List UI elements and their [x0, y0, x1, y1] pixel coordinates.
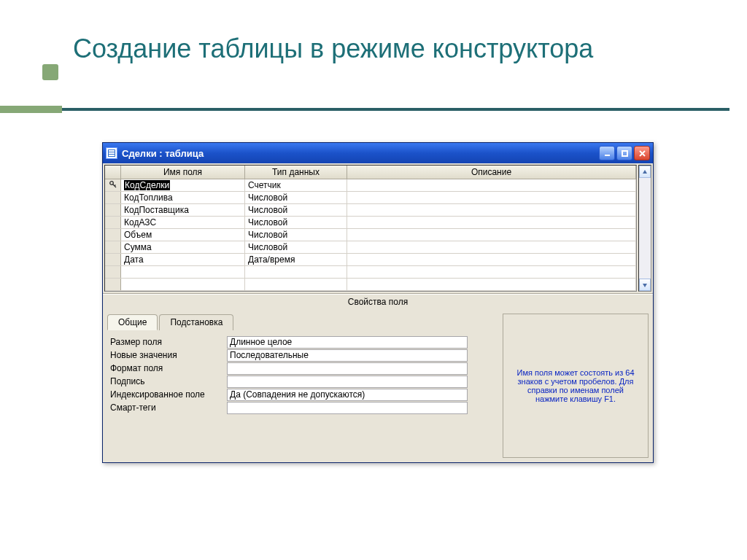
property-value-input[interactable]: [227, 362, 468, 375]
field-name-cell[interactable]: [121, 279, 245, 290]
field-type-cell[interactable]: Числовой: [245, 204, 347, 216]
property-value-input[interactable]: [227, 376, 468, 388]
table-icon: [106, 147, 117, 159]
field-name-cell[interactable]: Дата: [121, 254, 245, 265]
row-selector[interactable]: [105, 266, 121, 278]
bullet-decor: [42, 64, 58, 80]
svg-marker-12: [643, 284, 647, 287]
properties-list: Размер поляДлинное целоеНовые значенияПо…: [107, 330, 497, 458]
property-row: Индексированное полеДа (Совпадения не до…: [110, 388, 494, 401]
property-label: Размер поля: [110, 337, 227, 347]
col-header-fieldname[interactable]: Имя поля: [121, 166, 245, 179]
field-type-cell[interactable]: Числовой: [245, 229, 347, 241]
scroll-track[interactable]: [639, 178, 651, 279]
field-name-cell[interactable]: КодПоставщика: [121, 204, 245, 216]
field-desc-cell[interactable]: [347, 192, 636, 203]
minimize-button[interactable]: [599, 146, 615, 160]
property-label: Подпись: [110, 376, 227, 386]
property-label: Индексированное поле: [110, 389, 227, 400]
field-type-cell[interactable]: Числовой: [245, 217, 347, 228]
scroll-up-button[interactable]: [639, 166, 651, 178]
field-desc-cell[interactable]: [347, 204, 636, 216]
field-desc-cell[interactable]: [347, 179, 636, 191]
scroll-down-button[interactable]: [639, 279, 651, 291]
tab-lookup[interactable]: Подстановка: [159, 314, 233, 330]
row-selector[interactable]: [105, 204, 121, 216]
property-label: Формат поля: [110, 363, 227, 373]
field-name-cell[interactable]: КодАЗС: [121, 217, 245, 228]
close-button[interactable]: [634, 146, 650, 160]
field-type-cell[interactable]: [245, 266, 347, 278]
properties-area: Общие Подстановка Размер поляДлинное цел…: [103, 309, 653, 462]
slide-title: Создание таблицы в режиме конструктора: [73, 33, 593, 64]
table-row[interactable]: КодПоставщикаЧисловой: [105, 204, 636, 217]
help-text: Имя поля может состоять из 64 знаков с у…: [512, 368, 639, 403]
property-label: Смарт-теги: [110, 402, 227, 413]
grid-scrollbar[interactable]: [638, 165, 651, 292]
row-selector[interactable]: [105, 279, 121, 290]
field-name-cell[interactable]: Объем: [121, 229, 245, 241]
property-label: Новые значения: [110, 350, 227, 360]
svg-rect-3: [109, 155, 115, 156]
field-desc-cell[interactable]: [347, 279, 636, 290]
table-row[interactable]: СуммаЧисловой: [105, 241, 636, 254]
field-type-cell[interactable]: Числовой: [245, 241, 347, 253]
property-value-input[interactable]: Да (Совпадения не допускаются): [227, 389, 468, 401]
svg-line-10: [115, 184, 116, 186]
property-row: Подпись: [110, 375, 494, 388]
field-name-cell[interactable]: Сумма: [121, 241, 245, 253]
field-properties-label: Свойства поля: [103, 294, 653, 309]
row-selector[interactable]: [105, 241, 121, 253]
table-row[interactable]: КодСделкиСчетчик: [105, 179, 636, 192]
row-selector[interactable]: [105, 254, 121, 265]
row-selector[interactable]: [105, 192, 121, 203]
property-value-input[interactable]: Последовательные: [227, 349, 468, 362]
property-row: Формат поля: [110, 362, 494, 375]
field-desc-cell[interactable]: [347, 217, 636, 228]
field-type-cell[interactable]: Числовой: [245, 192, 347, 203]
window-titlebar[interactable]: Сделки : таблица: [103, 143, 653, 163]
field-type-cell[interactable]: Счетчик: [245, 179, 347, 191]
field-type-cell[interactable]: Дата/время: [245, 254, 347, 265]
field-desc-cell[interactable]: [347, 229, 636, 241]
field-name-cell[interactable]: КодТоплива: [121, 192, 245, 203]
col-header-datatype[interactable]: Тип данных: [245, 166, 347, 179]
fields-grid-area: Имя поля Тип данных Описание КодСделкиСч…: [103, 163, 653, 294]
field-desc-cell[interactable]: [347, 266, 636, 278]
tab-general[interactable]: Общие: [107, 314, 158, 330]
field-name-cell[interactable]: КодСделки: [121, 179, 245, 191]
table-row[interactable]: КодТопливаЧисловой: [105, 192, 636, 204]
window-title: Сделки : таблица: [122, 148, 599, 159]
property-row: Смарт-теги: [110, 401, 494, 414]
svg-rect-1: [109, 150, 115, 152]
row-selector[interactable]: [105, 179, 121, 191]
property-tabs: Общие Подстановка: [107, 314, 497, 330]
row-selector[interactable]: [105, 229, 121, 241]
table-row[interactable]: [105, 279, 636, 291]
col-header-description[interactable]: Описание: [347, 166, 636, 179]
table-row[interactable]: ДатаДата/время: [105, 254, 636, 266]
property-value-input[interactable]: Длинное целое: [227, 336, 468, 349]
access-table-designer-window: Сделки : таблица Имя поля Тип данных Опи…: [102, 142, 654, 463]
svg-rect-2: [109, 152, 115, 154]
row-selector[interactable]: [105, 217, 121, 228]
fields-grid[interactable]: Имя поля Тип данных Описание КодСделкиСч…: [104, 165, 637, 292]
primary-key-icon: [109, 180, 117, 191]
field-type-cell[interactable]: [245, 279, 347, 290]
property-row: Новые значенияПоследовательные: [110, 349, 494, 362]
title-underline: [0, 108, 729, 111]
property-row: Размер поляДлинное целое: [110, 335, 494, 349]
help-pane: Имя поля может состоять из 64 знаков с у…: [503, 314, 649, 458]
property-value-input[interactable]: [227, 402, 468, 414]
table-row[interactable]: [105, 266, 636, 279]
table-row[interactable]: ОбъемЧисловой: [105, 229, 636, 241]
field-desc-cell[interactable]: [347, 241, 636, 253]
field-name-cell[interactable]: [121, 266, 245, 278]
table-row[interactable]: КодАЗСЧисловой: [105, 217, 636, 229]
svg-rect-5: [622, 151, 627, 156]
field-desc-cell[interactable]: [347, 254, 636, 265]
svg-marker-11: [643, 170, 647, 174]
maximize-button[interactable]: [616, 146, 632, 160]
grid-header: Имя поля Тип данных Описание: [105, 166, 636, 179]
